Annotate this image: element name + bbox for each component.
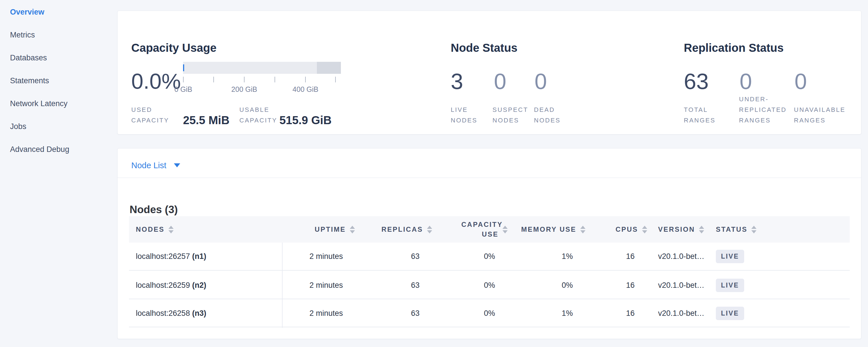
column-header-replicas[interactable]: REPLICAS: [364, 216, 432, 243]
usable-capacity-value: 515.9 GiB: [279, 114, 332, 127]
column-header-memory-use[interactable]: MEMORY USE: [518, 216, 585, 243]
uptime-cell: 2 minutes: [289, 300, 343, 327]
column-header-capacity-use[interactable]: CAPACITY USE: [443, 216, 508, 243]
status-cell: LIVE: [716, 272, 802, 298]
column-header-status[interactable]: STATUS: [716, 216, 802, 243]
sort-icon: [642, 226, 647, 233]
node-address: localhost:26259: [136, 281, 190, 289]
node-address-cell[interactable]: localhost:26259 (n2): [136, 272, 273, 298]
axis-tick: [244, 77, 245, 83]
node-id: (n3): [192, 309, 207, 318]
node-id: (n1): [192, 252, 207, 261]
table-row-node-2[interactable]: localhost:26259 (n2) 2 minutes 63 0% 0% …: [129, 272, 850, 299]
node-address: localhost:26258: [136, 309, 190, 318]
sort-icon: [751, 226, 756, 233]
node-status-title: Node Status: [451, 41, 517, 54]
sort-icon: [350, 226, 355, 233]
used-capacity-value: 25.5 MiB: [183, 114, 229, 127]
under-replicated-ranges-value: 0: [740, 69, 752, 93]
cluster-summary-card: Capacity Usage 0.0% 0 GiB 200 GiB 400 Gi…: [117, 10, 861, 134]
capacity-gauge: 0 GiB 200 GiB 400 GiB: [183, 62, 341, 96]
node-id: (n2): [192, 281, 207, 289]
capacity-usage-title: Capacity Usage: [131, 41, 217, 54]
nodes-table-header: NODES UPTIME REPLICAS CAPACITY USE MEMOR…: [129, 216, 850, 243]
table-row-node-3[interactable]: localhost:26258 (n3) 2 minutes 63 0% 1% …: [129, 300, 850, 327]
status-cell: LIVE: [716, 300, 802, 327]
column-header-replicas-label: REPLICAS: [381, 225, 423, 234]
cpus-cell: 16: [598, 300, 634, 327]
nodes-table: NODES UPTIME REPLICAS CAPACITY USE MEMOR…: [129, 216, 850, 328]
cpus-cell: 16: [598, 272, 634, 298]
table-row-node-1[interactable]: localhost:26257 (n1) 2 minutes 63 0% 1% …: [129, 243, 850, 271]
column-header-memory-use-label: MEMORY USE: [521, 225, 576, 234]
memory-use-cell: 1%: [518, 300, 573, 327]
column-header-uptime-label: UPTIME: [315, 225, 346, 234]
sidebar-item-jobs[interactable]: Jobs: [10, 115, 115, 138]
sidebar-item-overview[interactable]: Overview: [10, 1, 115, 24]
replicas-cell: 63: [364, 300, 420, 327]
cpus-cell: 16: [598, 243, 634, 270]
sidebar: Overview Metrics Databases Statements Ne…: [0, 0, 115, 347]
column-header-status-label: STATUS: [716, 225, 747, 234]
live-nodes-label: LIVE NODES: [451, 104, 483, 126]
under-replicated-ranges-label: UNDER-REPLICATED RANGES: [739, 94, 793, 126]
column-header-cpus[interactable]: CPUS: [598, 216, 647, 243]
sidebar-item-databases[interactable]: Databases: [10, 46, 115, 69]
node-list-dropdown-label: Node List: [131, 161, 166, 170]
sidebar-item-statements[interactable]: Statements: [10, 69, 115, 92]
sidebar-nav-list: Overview Metrics Databases Statements Ne…: [0, 0, 115, 161]
total-ranges-label: TOTAL RANGES: [684, 104, 719, 126]
sidebar-item-network-latency[interactable]: Network Latency: [10, 92, 115, 115]
axis-tick-label-200: 200 GiB: [231, 85, 257, 94]
status-badge: LIVE: [716, 250, 744, 263]
status-cell: LIVE: [716, 243, 802, 270]
capacity-gauge-reserved-segment: [317, 62, 341, 74]
sort-icon: [168, 226, 174, 233]
capacity-use-cell: 0%: [443, 272, 495, 298]
unavailable-ranges-value: 0: [795, 69, 807, 93]
column-header-uptime[interactable]: UPTIME: [289, 216, 355, 243]
node-list-card: Node List Nodes (3) NODES UPTIME REPLICA…: [117, 148, 861, 339]
column-header-nodes[interactable]: NODES: [136, 216, 273, 243]
memory-use-cell: 0%: [518, 272, 573, 298]
nodes-heading: Nodes (3): [129, 204, 178, 216]
axis-tick-label-0: 0 GiB: [175, 85, 192, 94]
memory-use-cell: 1%: [518, 243, 573, 270]
capacity-use-cell: 0%: [443, 243, 495, 270]
column-header-cpus-label: CPUS: [616, 225, 638, 234]
replicas-cell: 63: [364, 272, 420, 298]
sort-icon: [427, 226, 432, 233]
replicas-cell: 63: [364, 243, 420, 270]
suspect-nodes-value: 0: [494, 69, 506, 93]
sort-icon: [580, 226, 585, 233]
table-column-divider: [282, 243, 283, 328]
node-address-cell[interactable]: localhost:26258 (n3): [136, 300, 273, 327]
capacity-use-cell: 0%: [443, 300, 495, 327]
unavailable-ranges-label: UNAVAILABLE RANGES: [794, 104, 852, 126]
axis-tick-label-400: 400 GiB: [292, 85, 318, 94]
column-header-capacity-use-label: CAPACITY USE: [461, 220, 498, 239]
axis-tick: [275, 77, 275, 83]
status-badge: LIVE: [716, 307, 744, 320]
dead-nodes-label: DEAD NODES: [534, 104, 566, 126]
node-address-cell[interactable]: localhost:26257 (n1): [136, 243, 273, 270]
suspect-nodes-label: SUSPECT NODES: [493, 104, 530, 126]
node-address: localhost:26257: [136, 252, 190, 261]
node-list-dropdown[interactable]: Node List: [131, 157, 180, 174]
column-header-nodes-label: NODES: [136, 225, 164, 234]
capacity-percent: 0.0%: [131, 69, 181, 93]
sort-icon: [502, 226, 508, 233]
capacity-gauge-used-marker: [183, 64, 184, 71]
axis-tick: [335, 77, 336, 83]
axis-tick: [183, 77, 184, 83]
replication-status-title: Replication Status: [684, 41, 784, 54]
sidebar-item-advanced-debug[interactable]: Advanced Debug: [10, 138, 115, 161]
section-divider: [118, 178, 861, 178]
uptime-cell: 2 minutes: [289, 243, 343, 270]
axis-tick: [305, 77, 306, 83]
axis-tick: [213, 77, 214, 83]
sidebar-item-metrics[interactable]: Metrics: [10, 24, 115, 46]
chevron-down-icon: [174, 163, 180, 167]
uptime-cell: 2 minutes: [289, 272, 343, 298]
column-header-version-label: VERSION: [658, 225, 695, 234]
